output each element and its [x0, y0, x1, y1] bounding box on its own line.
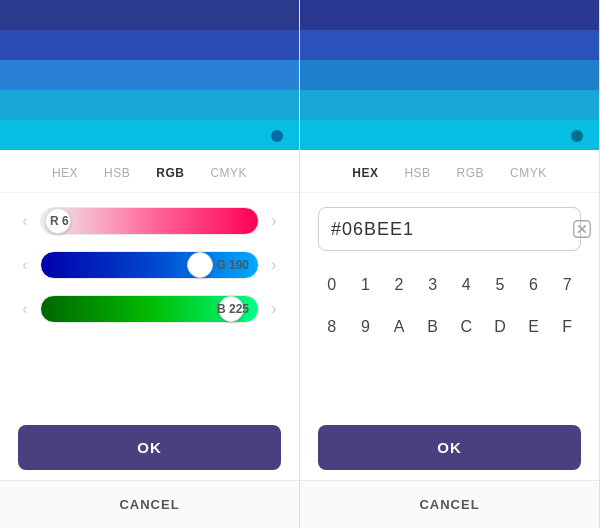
key-6[interactable]: 6: [520, 267, 548, 303]
right-swatches: [300, 0, 599, 150]
left-panel: HEX HSB RGB CMYK ‹ R 6 › ‹ G 190 ›: [0, 0, 300, 528]
tab-hsb-right[interactable]: HSB: [400, 164, 434, 182]
hex-keypad: 0 1 2 3 4 5 6 7 8 9 A B C D E F: [318, 267, 581, 345]
tab-hex-left[interactable]: HEX: [48, 164, 82, 182]
key-f[interactable]: F: [553, 309, 581, 345]
left-swatch-3[interactable]: [0, 60, 299, 90]
r-decrement[interactable]: ‹: [18, 212, 32, 230]
left-swatch-2[interactable]: [0, 30, 299, 60]
key-c[interactable]: C: [453, 309, 481, 345]
g-decrement[interactable]: ‹: [18, 256, 32, 274]
tab-hsb-left[interactable]: HSB: [100, 164, 134, 182]
right-swatch-4[interactable]: [300, 90, 599, 120]
key-8[interactable]: 8: [318, 309, 346, 345]
b-increment[interactable]: ›: [267, 300, 281, 318]
g-thumb[interactable]: [187, 252, 213, 278]
key-3[interactable]: 3: [419, 267, 447, 303]
g-increment[interactable]: ›: [267, 256, 281, 274]
tab-cmyk-left[interactable]: CMYK: [206, 164, 251, 182]
left-sliders: ‹ R 6 › ‹ G 190 › ‹ B 225: [0, 193, 299, 425]
key-0[interactable]: 0: [318, 267, 346, 303]
key-5[interactable]: 5: [486, 267, 514, 303]
right-swatch-1[interactable]: [300, 0, 599, 30]
right-selected-dot: [571, 130, 583, 142]
b-decrement[interactable]: ‹: [18, 300, 32, 318]
right-swatch-5[interactable]: [300, 120, 599, 150]
g-slider-track[interactable]: G 190: [40, 251, 259, 279]
tab-hex-right[interactable]: HEX: [348, 164, 382, 182]
hex-input[interactable]: [331, 219, 563, 240]
left-ok-button[interactable]: OK: [18, 425, 281, 470]
key-a[interactable]: A: [385, 309, 413, 345]
r-thumb[interactable]: [45, 208, 71, 234]
g-track-fill: [40, 251, 259, 279]
key-4[interactable]: 4: [453, 267, 481, 303]
key-1[interactable]: 1: [352, 267, 380, 303]
right-tabs: HEX HSB RGB CMYK: [300, 150, 599, 193]
b-slider-track[interactable]: B 225: [40, 295, 259, 323]
b-thumb[interactable]: [218, 296, 244, 322]
key-2[interactable]: 2: [385, 267, 413, 303]
hex-field-wrapper: [318, 207, 581, 251]
hex-input-area: 0 1 2 3 4 5 6 7 8 9 A B C D E F: [300, 193, 599, 425]
key-d[interactable]: D: [486, 309, 514, 345]
tab-rgb-left[interactable]: RGB: [152, 164, 188, 182]
r-slider-row: ‹ R 6 ›: [18, 207, 281, 235]
key-e[interactable]: E: [520, 309, 548, 345]
key-b[interactable]: B: [419, 309, 447, 345]
left-swatch-4[interactable]: [0, 90, 299, 120]
key-9[interactable]: 9: [352, 309, 380, 345]
left-tabs: HEX HSB RGB CMYK: [0, 150, 299, 193]
left-swatches: [0, 0, 299, 150]
clear-icon: [571, 218, 593, 240]
left-swatch-1[interactable]: [0, 0, 299, 30]
key-7[interactable]: 7: [553, 267, 581, 303]
left-selected-dot: [271, 130, 283, 142]
right-swatch-3[interactable]: [300, 60, 599, 90]
right-panel: HEX HSB RGB CMYK 0 1 2 3 4 5 6 7: [300, 0, 600, 528]
right-cancel-button[interactable]: CANCEL: [300, 480, 599, 528]
right-swatch-2[interactable]: [300, 30, 599, 60]
left-swatch-5[interactable]: [0, 120, 299, 150]
r-track-fill: [40, 207, 259, 235]
r-slider-track[interactable]: R 6: [40, 207, 259, 235]
tab-rgb-right[interactable]: RGB: [453, 164, 489, 182]
hex-clear-button[interactable]: [571, 218, 593, 240]
right-ok-button[interactable]: OK: [318, 425, 581, 470]
r-increment[interactable]: ›: [267, 212, 281, 230]
tab-cmyk-right[interactable]: CMYK: [506, 164, 551, 182]
left-cancel-button[interactable]: CANCEL: [0, 480, 299, 528]
g-slider-row: ‹ G 190 ›: [18, 251, 281, 279]
b-slider-row: ‹ B 225 ›: [18, 295, 281, 323]
